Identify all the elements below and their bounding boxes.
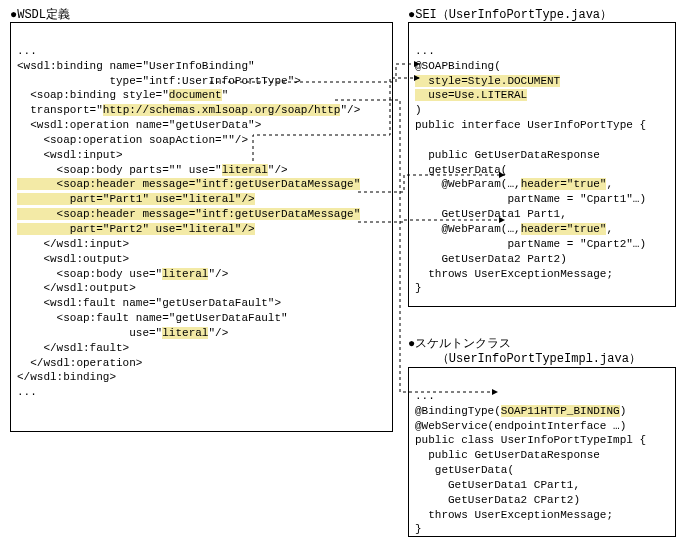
- wsdl-l03a: <soap:binding style=": [17, 89, 169, 101]
- wsdl-l08b: "/>: [268, 164, 288, 176]
- skel-l06: getUserData(: [415, 464, 514, 476]
- skel-l01: ...: [415, 390, 435, 402]
- skel-l05: public GetUserDataResponse: [415, 449, 600, 461]
- wsdl-l20: </wsdl:binding>: [17, 371, 116, 383]
- wsdl-l08a: <soap:body parts="" use=": [17, 164, 222, 176]
- sei-l10hl: header="true": [521, 178, 607, 190]
- wsdl-l17hl: literal: [162, 327, 208, 339]
- wsdl-l07: <wsdl:input>: [17, 149, 123, 161]
- wsdl-l15: <wsdl:fault name="getUserDataFault">: [17, 297, 281, 309]
- wsdl-l11: </wsdl:input>: [17, 238, 129, 250]
- wsdl-l06: <soap:operation soapAction=""/>: [17, 134, 248, 146]
- skel-panel: ... @BindingType(SOAP11HTTP_BINDING) @We…: [408, 367, 676, 537]
- sei-l15: GetUserData2 Part2): [415, 253, 567, 265]
- wsdl-panel: ... <wsdl:binding name="UserInfoBinding"…: [10, 22, 393, 432]
- skel-l02b: ): [620, 405, 627, 417]
- wsdl-l03hl: document: [169, 89, 222, 101]
- wsdl-l01: ...: [17, 45, 37, 57]
- skel-l10: }: [415, 523, 422, 535]
- wsdl-l04hl: http://schemas.xmlsoap.org/soap/http: [103, 104, 341, 116]
- skel-l09: throws UserExceptionMessage;: [415, 509, 613, 521]
- skel-l07: GetUserData1 CPart1,: [415, 479, 580, 491]
- wsdl-l21: ...: [17, 386, 37, 398]
- wsdl-l04b: "/>: [340, 104, 360, 116]
- skel-subtitle: （UserInfoPortTypeImpl.java）: [408, 350, 641, 367]
- wsdl-l09hl2: part="Part1" use="literal"/>: [17, 193, 255, 205]
- wsdl-l10hl2: part="Part2" use="literal"/>: [17, 223, 255, 235]
- sei-l13a: @WebParam(…,: [415, 223, 521, 235]
- wsdl-l04a: transport=": [17, 104, 103, 116]
- skel-l02a: @BindingType(: [415, 405, 501, 417]
- wsdl-l09hl1: <soap:header message="intf:getUserDataMe…: [17, 178, 360, 190]
- wsdl-l12: <wsdl:output>: [17, 253, 129, 265]
- wsdl-l03b: ": [222, 89, 229, 101]
- wsdl-l05: <wsdl:operation name="getUserData">: [17, 119, 261, 131]
- sei-l12: GetUserData1 Part1,: [415, 208, 567, 220]
- sei-panel: ... @SOAPBinding( style=Style.DOCUMENT u…: [408, 22, 676, 307]
- wsdl-l02a: <wsdl:binding name="UserInfoBinding": [17, 60, 255, 72]
- sei-l07: [415, 134, 422, 146]
- sei-title: ●SEI（UserInfoPortType.java）: [408, 6, 612, 23]
- wsdl-l17b: "/>: [208, 327, 228, 339]
- sei-l02: @SOAPBinding(: [415, 60, 501, 72]
- wsdl-l02b: type="intf:UserInfoPortType">: [17, 75, 301, 87]
- wsdl-l10hl1: <soap:header message="intf:getUserDataMe…: [17, 208, 360, 220]
- wsdl-l16: <soap:fault name="getUserDataFault": [17, 312, 288, 324]
- sei-l13b: ,: [606, 223, 613, 235]
- sei-l09: getUserData(: [415, 164, 507, 176]
- skel-l02hl: SOAP11HTTP_BINDING: [501, 405, 620, 417]
- sei-l05: ): [415, 104, 422, 116]
- wsdl-title: ●WSDL定義: [10, 6, 70, 23]
- wsdl-l17a: use=": [17, 327, 162, 339]
- wsdl-l19: </wsdl:operation>: [17, 357, 142, 369]
- wsdl-l13hl: literal: [162, 268, 208, 280]
- sei-l17: }: [415, 282, 422, 294]
- sei-l03hl: style=Style.DOCUMENT: [415, 75, 560, 87]
- sei-l10a: @WebParam(…,: [415, 178, 521, 190]
- sei-l01: ...: [415, 45, 435, 57]
- wsdl-l13a: <soap:body use=": [17, 268, 162, 280]
- wsdl-l18: </wsdl:fault>: [17, 342, 129, 354]
- sei-l14: partName = "Cpart2"…): [415, 238, 646, 250]
- sei-l06: public interface UserInfoPortType {: [415, 119, 646, 131]
- skel-l08: GetUserData2 CPart2): [415, 494, 580, 506]
- sei-l04hl: use=Use.LITERAL: [415, 89, 527, 101]
- wsdl-l14: </wsdl:output>: [17, 282, 136, 294]
- wsdl-l08hl: literal: [222, 164, 268, 176]
- sei-l08: public GetUserDataResponse: [415, 149, 600, 161]
- skel-l03: @WebService(endpointInterface …): [415, 420, 626, 432]
- wsdl-l13b: "/>: [208, 268, 228, 280]
- sei-l10b: ,: [606, 178, 613, 190]
- sei-l13hl: header="true": [521, 223, 607, 235]
- skel-l04: public class UserInfoPortTypeImpl {: [415, 434, 646, 446]
- sei-l16: throws UserExceptionMessage;: [415, 268, 613, 280]
- sei-l11: partName = "Cpart1"…): [415, 193, 646, 205]
